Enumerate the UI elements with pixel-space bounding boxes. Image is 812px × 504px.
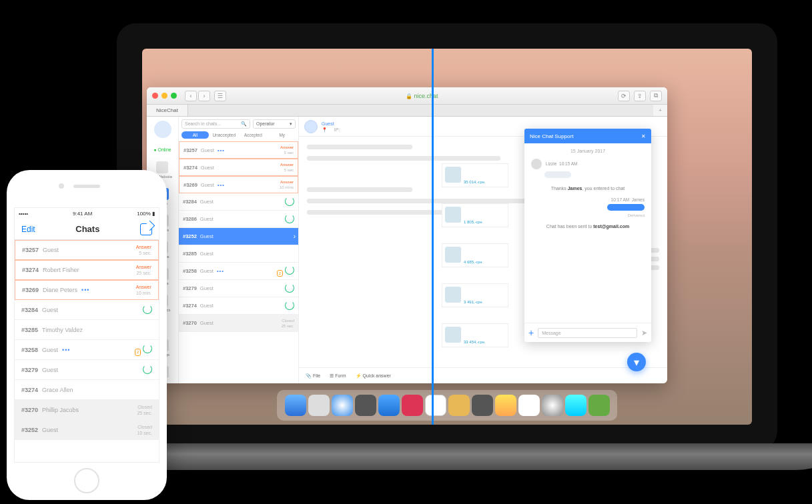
quick-answer-button[interactable]: ⚡ Quick answer <box>356 373 391 379</box>
chat-list-panel: Search in chats... 🔍 Operator ▾ All Unac… <box>179 117 299 383</box>
dock-app-calendar[interactable] <box>425 395 446 416</box>
location-icon: 📍 <box>322 127 328 132</box>
system-message: Thanks James, you entered to chat <box>531 186 645 191</box>
chat-row[interactable]: #3274GuestAnswer5 sec <box>179 159 298 176</box>
sidebar-toggle-icon[interactable]: ☰ <box>214 91 226 101</box>
avatar <box>304 120 318 133</box>
split-divider <box>432 49 434 425</box>
share-icon[interactable]: ⇪ <box>634 91 646 101</box>
macbook-base <box>87 443 812 470</box>
chat-row[interactable]: #3285Guest <box>179 245 298 263</box>
chevron-down-icon: ▾ <box>290 121 292 127</box>
chat-row[interactable]: #3269Diane Peters•••Answer10 min. <box>15 280 159 300</box>
placeholder-line <box>307 145 412 149</box>
app-logo-icon[interactable] <box>154 121 171 138</box>
message-input[interactable]: Message <box>538 328 637 338</box>
user-message-bubble <box>607 204 645 211</box>
chat-fab-button[interactable]: ▾ <box>627 353 646 371</box>
product-image <box>445 287 461 303</box>
dock-app-safari[interactable] <box>332 395 353 416</box>
window-controls <box>152 93 177 99</box>
tab-bar: NiceChat + <box>147 105 667 117</box>
product-card[interactable]: 3 491,-грн. <box>442 283 508 307</box>
dock-app[interactable] <box>542 395 563 416</box>
chat-row[interactable]: #3279Guest <box>179 280 298 297</box>
send-icon[interactable]: ➤ <box>641 329 647 337</box>
chat-row[interactable]: #3270Phillip JacobsClosed25 sec. <box>15 400 159 420</box>
product-card[interactable]: 1 805,-грн. <box>442 203 508 227</box>
chat-row[interactable]: #3286Guest <box>179 211 298 228</box>
chat-row[interactable]: #3274Robert FisherAnswer25 sec. <box>15 260 159 280</box>
product-image <box>445 167 461 183</box>
search-input[interactable]: Search in chats... 🔍 <box>181 119 250 129</box>
product-image <box>445 207 461 223</box>
edit-button[interactable]: Edit <box>21 225 35 234</box>
chevron-down-icon: ▾ <box>634 356 639 369</box>
clock: 9:41 AM <box>73 211 92 217</box>
phone-speaker <box>73 185 100 188</box>
dock-app-mail[interactable] <box>378 395 400 416</box>
tabs-icon[interactable]: ⧉ <box>650 91 662 101</box>
chat-row[interactable]: #3252Guest› <box>179 228 298 245</box>
chat-row[interactable]: #3284Guest <box>179 193 298 211</box>
minimize-icon[interactable] <box>161 93 167 99</box>
product-card[interactable]: 33 454,-грн. <box>442 323 508 347</box>
chat-row[interactable]: #3258Guest•••2 <box>179 263 298 280</box>
chat-row[interactable]: #3274Grace Allen <box>15 380 159 400</box>
agent-message-bubble <box>544 171 571 178</box>
dock-app-finder[interactable] <box>285 395 306 416</box>
chat-row[interactable]: #3252GuestClosed10 sec. <box>15 420 159 440</box>
dock-app[interactable] <box>588 395 610 416</box>
online-status[interactable]: Online <box>153 147 171 152</box>
dock-app[interactable] <box>495 395 516 416</box>
operator-dropdown[interactable]: Operator ▾ <box>253 119 296 129</box>
guest-name: Guest <box>322 121 340 127</box>
chat-row[interactable]: #3257Guest•••Answer5 sec <box>179 141 298 159</box>
dock-app[interactable] <box>402 395 423 416</box>
page-title: Chats <box>75 224 99 234</box>
maximize-icon[interactable] <box>171 93 177 99</box>
chat-row[interactable]: #3285Timothy Valdez <box>15 320 159 340</box>
dock-app[interactable] <box>518 395 540 416</box>
chat-row[interactable]: #3274Guest <box>179 297 298 315</box>
dock-app-messages[interactable] <box>565 395 586 416</box>
placeholder-line <box>307 187 412 192</box>
chat-row[interactable]: #3269Guest•••Answer10 mins <box>179 176 298 193</box>
filter-all[interactable]: All <box>181 131 209 139</box>
phone-camera <box>59 183 64 189</box>
reload-icon[interactable]: ⟳ <box>618 91 630 101</box>
form-button[interactable]: ☰ Form <box>330 373 346 379</box>
chat-row[interactable]: #3258Guest•••2 <box>15 340 159 360</box>
product-card[interactable]: 4 685,-грн. <box>442 243 508 267</box>
iphone-screen: ••••• 9:41 AM 100% ▮ Edit Chats #3257Gue… <box>14 207 159 463</box>
filter-accepted[interactable]: Accepted <box>240 131 267 139</box>
close-icon[interactable] <box>152 93 158 99</box>
dock-app[interactable] <box>355 395 376 416</box>
filter-my[interactable]: My <box>269 131 296 139</box>
close-icon[interactable]: ✕ <box>641 133 646 139</box>
widget-input-row: + Message ➤ <box>524 323 651 342</box>
address-bar[interactable]: nice.chat <box>257 93 587 99</box>
back-button[interactable]: ‹ <box>185 91 197 101</box>
compose-icon[interactable] <box>140 223 152 235</box>
chat-row[interactable]: #3257GuestAnswer5 sec. <box>15 240 159 260</box>
message-meta: Lizzie 10:15 AM <box>531 159 645 169</box>
battery-icon: 100% ▮ <box>137 211 155 217</box>
product-image <box>445 247 461 263</box>
attach-file-button[interactable]: 📎 File <box>306 373 320 379</box>
filter-unaccepted[interactable]: Unaccepted <box>211 131 238 139</box>
add-attachment-icon[interactable]: + <box>528 327 534 338</box>
home-button[interactable] <box>74 468 99 493</box>
dock-app[interactable] <box>472 395 493 416</box>
product-card[interactable]: 35 014,-грн. <box>442 163 508 187</box>
dock-app[interactable] <box>448 395 470 416</box>
forward-button[interactable]: › <box>198 91 210 101</box>
chat-row[interactable]: #3279Guest <box>15 360 159 380</box>
chat-row[interactable]: #3270GuestClosed25 sec. <box>179 315 298 332</box>
safari-toolbar: ‹ › ☰ nice.chat ⟳ ⇪ ⧉ <box>147 87 667 105</box>
new-tab-button[interactable]: + <box>653 105 667 116</box>
dock-app[interactable] <box>308 395 330 416</box>
chat-row[interactable]: #3284Guest <box>15 300 159 320</box>
browser-tab[interactable]: NiceChat <box>147 105 188 116</box>
filter-tabs: All Unaccepted Accepted My <box>179 129 298 141</box>
